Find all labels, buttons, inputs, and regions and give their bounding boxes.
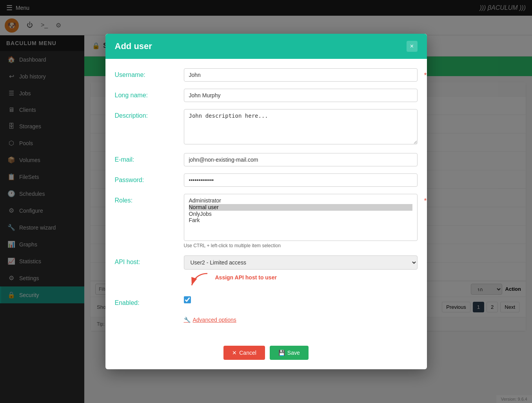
modal-close-button[interactable]: ×: [407, 41, 418, 52]
enabled-checkbox[interactable]: [184, 296, 191, 303]
modal-body: Username: * Long name: Description:: [105, 59, 427, 339]
longname-input[interactable]: [184, 89, 418, 102]
role-option-fark[interactable]: Fark: [189, 217, 412, 224]
advanced-options-row: 🔧 Advanced options: [115, 314, 418, 323]
api-host-annotation-wrap: Assign API host to user: [184, 270, 418, 289]
api-host-annotation-text: Assign API host to user: [215, 274, 277, 281]
longname-row: Long name:: [115, 89, 418, 102]
modal-header: Add user ×: [105, 34, 427, 59]
password-input[interactable]: [184, 173, 418, 187]
username-input[interactable]: [184, 68, 418, 82]
cancel-button[interactable]: ✕ Cancel: [223, 346, 265, 360]
modal-overlay: Add user × Username: * Long name:: [0, 0, 532, 403]
enabled-label: Enabled:: [115, 296, 178, 306]
password-row: Password:: [115, 173, 418, 187]
save-label: Save: [287, 350, 300, 356]
modal-title: Add user: [115, 41, 152, 51]
api-host-control-wrap: User2 - Limited access User1 - Full acce…: [184, 255, 418, 289]
api-host-select[interactable]: User2 - Limited access User1 - Full acce…: [184, 255, 418, 270]
roles-hint: Use CTRL + left-click to multiple item s…: [184, 243, 418, 248]
role-option-onlyjobs[interactable]: OnlyJobs: [189, 211, 412, 217]
add-user-modal: Add user × Username: * Long name:: [105, 34, 427, 369]
wrench-icon: 🔧: [184, 317, 191, 323]
password-label: Password:: [115, 173, 178, 184]
longname-control-wrap: [184, 89, 418, 102]
email-input[interactable]: [184, 153, 418, 166]
advanced-options-label: Advanced options: [193, 317, 236, 323]
email-control-wrap: [184, 153, 418, 166]
role-option-normal-user[interactable]: Normal user: [189, 204, 412, 211]
email-row: E-mail:: [115, 153, 418, 166]
cancel-icon: ✕: [232, 350, 237, 356]
arrow-svg: [184, 270, 215, 289]
roles-row: Roles: Administrator Normal user OnlyJob…: [115, 194, 418, 248]
description-label: Description:: [115, 109, 178, 119]
advanced-options-link[interactable]: 🔧 Advanced options: [184, 317, 236, 323]
api-host-row: API host: User2 - Limited access User1 -…: [115, 255, 418, 289]
cancel-label: Cancel: [239, 350, 256, 356]
email-label: E-mail:: [115, 153, 178, 163]
enabled-row: Enabled:: [115, 296, 418, 306]
modal-footer: ✕ Cancel 💾 Save: [105, 339, 427, 369]
description-textarea[interactable]: [184, 109, 418, 144]
api-host-label: API host:: [115, 255, 178, 266]
longname-label: Long name:: [115, 89, 178, 99]
description-control-wrap: [184, 109, 418, 146]
enabled-checkbox-wrap: [184, 296, 418, 303]
description-row: Description:: [115, 109, 418, 146]
roles-label: Roles:: [115, 194, 178, 204]
save-icon: 💾: [278, 350, 285, 356]
username-row: Username: *: [115, 68, 418, 82]
role-option-administrator[interactable]: Administrator: [189, 197, 412, 204]
save-button[interactable]: 💾 Save: [270, 346, 309, 360]
username-control-wrap: *: [184, 68, 418, 82]
roles-required-star: *: [424, 197, 427, 205]
username-label: Username:: [115, 68, 178, 78]
username-required-star: *: [424, 71, 427, 80]
roles-select[interactable]: Administrator Normal user OnlyJobs Fark: [184, 194, 418, 241]
password-control-wrap: [184, 173, 418, 187]
enabled-control-wrap: [184, 296, 418, 303]
roles-control-wrap: Administrator Normal user OnlyJobs Fark …: [184, 194, 418, 248]
